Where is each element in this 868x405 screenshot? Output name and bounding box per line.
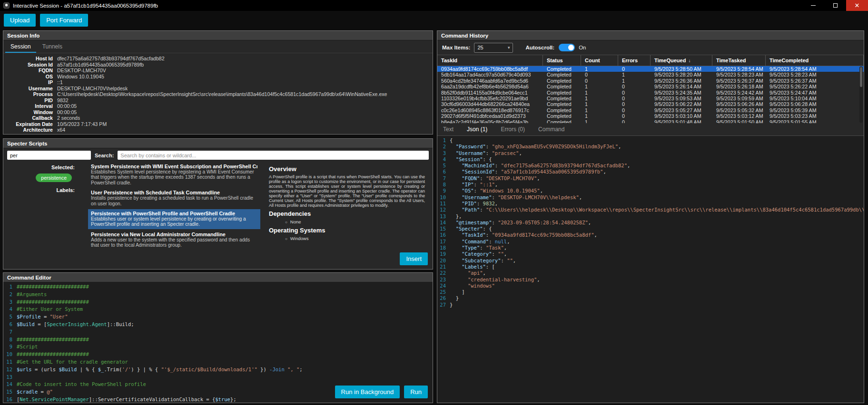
column-header-errors[interactable]: Errors xyxy=(618,55,651,66)
field-label: Host Id xyxy=(7,56,53,62)
upload-button[interactable]: Upload xyxy=(4,14,36,27)
code-token: "C:\\Users\\helpdesk\\Desktop\\Workspace… xyxy=(486,207,864,212)
cell-taskid: 5db164aa17ad4acc97a50d679c40d093 xyxy=(437,72,543,77)
script-list-item[interactable]: Persistence with PowerShell Profile and … xyxy=(88,209,260,229)
code-token: , xyxy=(618,144,621,149)
autoscroll-toggle[interactable] xyxy=(559,44,575,51)
code-editor[interactable]: 1########################2#Arguments3###… xyxy=(3,282,433,403)
code-token: { xyxy=(450,137,453,143)
maximize-icon xyxy=(833,3,838,8)
code-token: "api" xyxy=(450,270,483,276)
result-tab-command[interactable]: Command xyxy=(538,126,564,133)
line-number: 3 xyxy=(437,150,450,156)
code-token: ######################## xyxy=(17,299,89,305)
cell-status: Completed xyxy=(543,107,581,113)
cell-tasked: 9/5/2023 5:26:18 AM xyxy=(712,84,766,89)
session-field-os: OSWindows 10.0.19045 xyxy=(7,74,429,80)
history-row[interactable]: 30cf6d96003d444db682266ca24840eaComplete… xyxy=(437,101,864,107)
scrollbar-thumb[interactable] xyxy=(860,67,862,87)
history-row[interactable]: 1103326e019b4cfbb35efc20291ae9bdComplete… xyxy=(437,96,864,101)
json-line: 14 "@timestamp": "2023-09-05T05:28:54.24… xyxy=(437,220,864,226)
history-row[interactable]: 5db164aa17ad4acc97a50d679c40d093Complete… xyxy=(437,72,864,77)
cell-tasked: 9/5/2023 5:06:26 AM xyxy=(712,101,766,107)
field-value: x64 xyxy=(57,127,65,133)
column-header-count[interactable]: Count xyxy=(581,55,618,66)
result-tab-errors-0[interactable]: Errors (0) xyxy=(501,126,525,133)
cell-status: Completed xyxy=(543,72,581,77)
port-forward-button[interactable]: Port Forward xyxy=(40,14,88,27)
column-header-taskid[interactable]: TaskId xyxy=(437,55,543,66)
specter-scripts-panel: Specter Scripts Search: Selected: persis… xyxy=(3,138,433,270)
minimize-button[interactable] xyxy=(802,0,824,11)
line-content: "credential-harvesting", xyxy=(450,277,540,283)
session-field-host-id: Host Iddfec7175a6a62757d83b93794df767d5a… xyxy=(7,56,429,62)
json-line: 24 "windows" xyxy=(437,283,864,289)
code-token: $Build xyxy=(59,366,77,372)
session-info-tab-tunnels[interactable]: Tunnels xyxy=(37,41,68,53)
bullet-icon: ○ xyxy=(285,220,287,224)
code-token: = (urls xyxy=(32,366,59,372)
script-list-item[interactable]: User Persistence with Scheduled Task Com… xyxy=(88,188,260,208)
script-list-item[interactable]: System Persistence with WMI Event Subscr… xyxy=(88,162,260,187)
session-field-callback: Callback2 seconds xyxy=(7,115,429,121)
json-line: 27} xyxy=(437,302,864,308)
history-row[interactable]: 0934aa9fd8174cc69c759bb08bc5a8dfComplete… xyxy=(437,66,864,72)
script-filter-row: Search: xyxy=(3,148,433,162)
result-tab-json-1[interactable]: Json (1) xyxy=(467,126,487,133)
json-line: 15 "Specter": { xyxy=(437,226,864,232)
label-filter-input[interactable] xyxy=(7,151,91,160)
json-line: 7 "FQDN": "DESKTOP-LMCH70V", xyxy=(437,175,864,182)
maximize-button[interactable] xyxy=(824,0,846,11)
column-header-timecompleted[interactable]: TimeCompleted xyxy=(766,55,864,66)
code-token: "2023-09-05T05:28:54.2480258Z" xyxy=(498,220,588,225)
column-header-timequeued[interactable]: TimeQueued↓ xyxy=(651,55,712,66)
column-header-status[interactable]: Status xyxy=(543,55,581,66)
run-in-background-button[interactable]: Run in Background xyxy=(335,386,400,398)
run-button[interactable]: Run xyxy=(404,386,428,398)
editor-line: 4#Either User or System xyxy=(3,306,433,313)
line-number: 13 xyxy=(437,213,450,220)
code-token: "::1" xyxy=(480,182,495,187)
selected-tags: persistence xyxy=(3,170,75,185)
history-row[interactable]: 29027d6f5f5f491dbfcedaa01d9d2373Complete… xyxy=(437,113,864,119)
line-number: 4 xyxy=(3,306,17,313)
bullet-icon: ○ xyxy=(285,237,287,241)
table-scrollbar[interactable] xyxy=(859,67,863,123)
line-number: 16 xyxy=(437,232,450,238)
line-content: "IP": "::1", xyxy=(450,182,498,188)
history-row[interactable]: 560a4cd2bfe34746aabfd6a7ed9bc5d6Complete… xyxy=(437,78,864,84)
code-token: : { xyxy=(483,156,492,162)
editor-line: 2#Arguments xyxy=(3,291,433,299)
line-content: }, xyxy=(450,213,462,220)
max-items-select[interactable]: 25 ▾ xyxy=(474,43,513,53)
close-button[interactable]: ✕ xyxy=(846,0,868,11)
script-description: Installs persistence by creating a sched… xyxy=(91,195,257,206)
code-token: "" xyxy=(507,258,513,263)
code-token: "PID" xyxy=(450,201,477,206)
result-tab-text[interactable]: Text xyxy=(443,126,454,133)
line-content: #Arguments xyxy=(17,291,47,299)
history-row[interactable]: 8b52f0ddb9114155a0f4d9cbe064ecc1Complete… xyxy=(437,90,864,96)
insert-button[interactable]: Insert xyxy=(400,252,428,265)
history-row[interactable]: c0c26e1d608945c8863f018ed876917cComplete… xyxy=(437,107,864,113)
search-label: Search: xyxy=(95,153,114,158)
cell-tasked: 9/5/2023 5:28:54 AM xyxy=(712,66,766,72)
history-row[interactable]: 6aa2a19dcdfb42ef8b6e4b56298d54a6Complete… xyxy=(437,84,864,89)
history-row[interactable]: b8e4a7c2d91f4e36a05c8b7d6e5f4a3bComplete… xyxy=(437,119,864,123)
selected-label-tag[interactable]: persistence xyxy=(36,174,72,182)
session-info-tab-session[interactable]: Session xyxy=(5,41,36,53)
cell-status: Completed xyxy=(543,78,581,84)
script-search-input[interactable] xyxy=(118,151,429,160)
operating-system-item-label: Windows xyxy=(290,236,309,241)
cell-taskid: 29027d6f5f5f491dbfcedaa01d9d2373 xyxy=(437,113,543,119)
cell-queued: 9/5/2023 5:26:14 AM xyxy=(651,84,712,89)
json-result-viewer[interactable]: 1{2 "Password": "gho_xhFQ3waamEU5vC9V0Z9… xyxy=(437,135,864,403)
cell-queued: 9/5/2023 5:05:27 AM xyxy=(651,107,712,113)
line-content: "SessionId": "a57af1cb1d954435aa0065395d… xyxy=(450,169,606,175)
column-header-timetasked[interactable]: TimeTasked xyxy=(712,55,766,66)
code-token: : xyxy=(480,175,486,181)
toolbar: Upload Port Forward xyxy=(4,14,88,27)
editor-line: 6$Build = [SpecterInsight.Agent]::Build; xyxy=(3,321,433,328)
script-list-item[interactable]: Persistence via New Local Administrator … xyxy=(88,230,260,250)
field-value: ::1 xyxy=(57,79,63,86)
